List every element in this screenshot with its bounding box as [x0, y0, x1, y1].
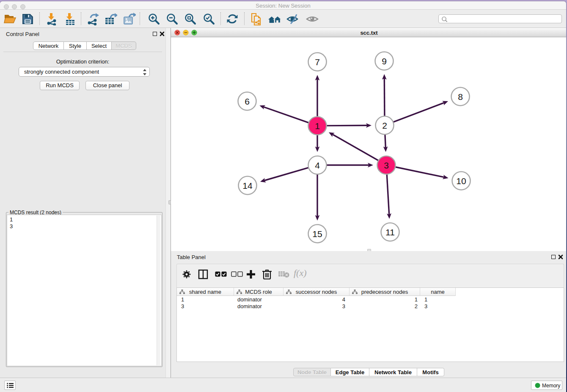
svg-text:2: 2: [382, 121, 387, 130]
svg-text:15: 15: [312, 229, 322, 239]
svg-text:4: 4: [315, 160, 320, 170]
svg-text:1: 1: [315, 121, 320, 131]
svg-text:10: 10: [456, 176, 466, 186]
svg-text:3: 3: [384, 160, 389, 170]
svg-text:6: 6: [245, 97, 250, 106]
svg-text:7: 7: [315, 57, 320, 67]
svg-text:11: 11: [385, 227, 395, 237]
svg-text:14: 14: [242, 181, 253, 190]
svg-text:8: 8: [458, 92, 463, 102]
svg-text:9: 9: [382, 56, 387, 66]
